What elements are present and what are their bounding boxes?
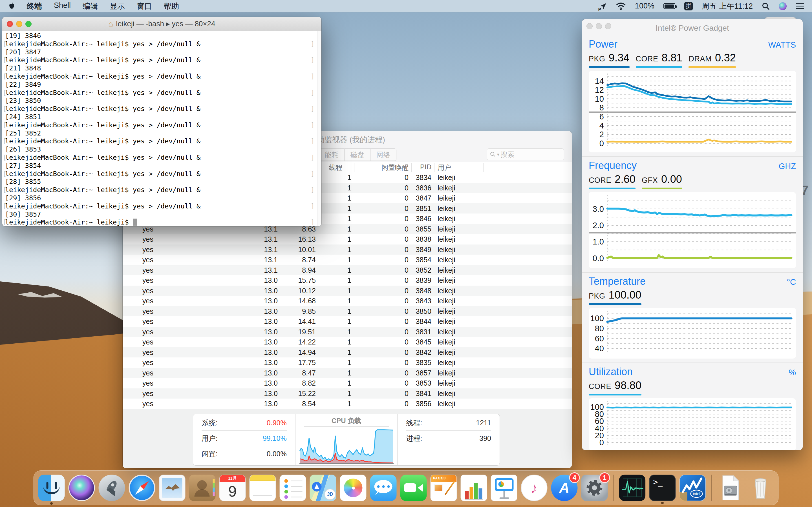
column-idle-wake[interactable]: 闲置唤醒	[373, 163, 409, 172]
dock-item-photos[interactable]	[340, 474, 366, 501]
siri-icon[interactable]	[779, 2, 786, 10]
wifi-icon[interactable]	[616, 2, 626, 10]
cpu-load-column: CPU 负载	[295, 414, 398, 465]
table-row[interactable]: yes13.18.74103854leikeji	[123, 255, 572, 265]
cell-process-name: yes	[142, 358, 153, 367]
dock-item-messages[interactable]	[370, 474, 397, 501]
minimize-button[interactable]	[16, 21, 22, 27]
tab-2[interactable]: 网络	[370, 149, 396, 161]
dock-item-notes[interactable]	[250, 474, 276, 501]
column-pid[interactable]: PID	[405, 163, 432, 171]
terminal-titlebar[interactable]: ⌂ leikeji — -bash ▸ yes — 80×24	[2, 17, 321, 31]
menu-item-0[interactable]: 终端	[27, 1, 42, 11]
menu-item-shell[interactable]: Shell	[54, 1, 71, 11]
dock-item-siri[interactable]	[68, 474, 95, 501]
menu-item-2[interactable]: 编辑	[83, 1, 98, 11]
table-row[interactable]: yes13.017.75103835leikeji	[123, 357, 572, 368]
dock-item-calendar[interactable]: 11月9	[219, 474, 246, 501]
table-row[interactable]: yes13.08.54103856leikeji	[123, 399, 572, 409]
window-controls[interactable]	[7, 21, 32, 27]
zoom-button[interactable]	[26, 21, 32, 27]
spotlight-search-icon[interactable]	[762, 2, 770, 10]
gadget-titlebar[interactable]: Intel® Power Gadget	[582, 19, 803, 36]
svg-text:8: 8	[599, 103, 604, 112]
terminal-line: [21] 3848	[5, 64, 321, 72]
dock-item-safari[interactable]	[129, 474, 155, 501]
processes-value: 390	[479, 434, 491, 443]
cell-idle-wake: 0	[373, 266, 409, 274]
metric-dram: DRAM0.32	[689, 52, 735, 68]
table-row[interactable]: yes13.014.41103844leikeji	[123, 316, 572, 327]
tab-1[interactable]: 磁盘	[345, 149, 370, 161]
cell-threads: 1	[314, 379, 351, 387]
dock-item-appstore[interactable]: A4	[551, 474, 578, 501]
dock-item-pages[interactable]: PAGES	[430, 474, 457, 501]
menu-item-3[interactable]: 显示	[110, 1, 125, 11]
table-row[interactable]: yes13.18.94103852leikeji	[123, 265, 572, 276]
menu-item-4[interactable]: 窗口	[137, 1, 152, 11]
table-row[interactable]: yes13.014.22103845leikeji	[123, 337, 572, 347]
menu-item-5[interactable]: 帮助	[164, 1, 179, 11]
table-row[interactable]: yes13.110.01103849leikeji	[123, 244, 572, 255]
location-services-icon[interactable]: P	[599, 3, 607, 10]
column-user[interactable]: 用户	[438, 163, 451, 172]
close-button[interactable]	[7, 21, 13, 27]
menu-bar: 终端Shell编辑显示窗口帮助 P 100% 拼 周五 上午11:12	[0, 0, 812, 12]
cell-process-name: yes	[142, 287, 153, 295]
dock-item-contacts[interactable]	[189, 474, 216, 501]
dock-item-trash[interactable]	[748, 474, 774, 501]
table-row[interactable]: yes13.08.47103857leikeji	[123, 368, 572, 378]
tab-0[interactable]: 能耗	[319, 149, 345, 161]
search-field[interactable]: ▾ 搜索	[487, 149, 564, 160]
dock-item-intelgadget[interactable]: intel	[679, 474, 706, 501]
svg-text:100: 100	[591, 314, 604, 323]
cell-user: leikeji	[438, 307, 455, 316]
table-row[interactable]: yes13.015.22103841leikeji	[123, 388, 572, 399]
cell-pid: 3841	[405, 390, 432, 398]
apple-menu-icon[interactable]	[8, 2, 15, 10]
dock-item-reminders[interactable]	[280, 474, 306, 501]
cell-process-name: yes	[142, 297, 153, 305]
cell-cpu-percent: 13.0	[241, 328, 278, 336]
dock-item-itunes[interactable]: ♪	[521, 474, 548, 501]
cell-threads: 1	[314, 266, 351, 274]
battery-icon[interactable]	[663, 3, 675, 9]
search-placeholder: 搜索	[500, 150, 515, 159]
cell-cpu-percent: 13.0	[241, 297, 278, 305]
dock-item-keynote[interactable]	[491, 474, 517, 501]
terminal-line: [27] 3854	[5, 162, 321, 170]
terminal-scrollbar[interactable]	[317, 31, 321, 226]
cell-user: leikeji	[438, 256, 455, 264]
table-row[interactable]: yes13.015.75103839leikeji	[123, 275, 572, 286]
cell-cpu-time: 8.82	[281, 379, 316, 387]
dock-item-facetime[interactable]	[400, 474, 427, 501]
terminal-output[interactable]: [19] 3846[leikejideMacBook-Air:~ leikeji…	[2, 31, 321, 226]
table-row[interactable]: yes13.019.51103831leikeji	[123, 327, 572, 337]
table-row[interactable]: yes13.08.82103853leikeji	[123, 378, 572, 388]
column-threads[interactable]: 线程	[320, 163, 351, 172]
cell-cpu-time: 14.68	[281, 297, 316, 305]
section-title: Temperature	[589, 276, 646, 287]
search-scope-chevron-icon[interactable]: ▾	[497, 152, 499, 157]
cell-cpu-time: 8.94	[281, 266, 316, 274]
dock-item-dmgdoc[interactable]	[717, 474, 744, 501]
dock-item-activitymon[interactable]	[619, 474, 646, 501]
dock-item-launchpad[interactable]	[99, 474, 125, 501]
dock-item-sysprefs[interactable]: 1	[581, 474, 608, 501]
input-method-icon[interactable]: 拼	[684, 2, 693, 10]
cell-process-name: yes	[142, 318, 153, 326]
dock-item-maps[interactable]: 3D	[310, 474, 336, 501]
table-row[interactable]: yes13.014.68103843leikeji	[123, 296, 572, 306]
menu-bar-clock[interactable]: 周五 上午11:12	[702, 1, 753, 11]
dock-item-finder[interactable]	[38, 474, 65, 501]
dock-item-numbers[interactable]	[461, 474, 487, 501]
notification-center-icon[interactable]	[796, 3, 804, 10]
svg-text:14: 14	[595, 76, 604, 86]
table-row[interactable]: yes13.010.12103848leikeji	[123, 286, 572, 296]
dock-item-terminalapp[interactable]: >_	[649, 474, 676, 501]
table-row[interactable]: yes13.09.85103850leikeji	[123, 306, 572, 317]
table-row[interactable]: yes13.014.94103842leikeji	[123, 347, 572, 358]
battery-percent: 100%	[635, 2, 654, 10]
dock-item-mail[interactable]	[159, 474, 186, 501]
table-row[interactable]: yes13.116.13103838leikeji	[123, 234, 572, 244]
